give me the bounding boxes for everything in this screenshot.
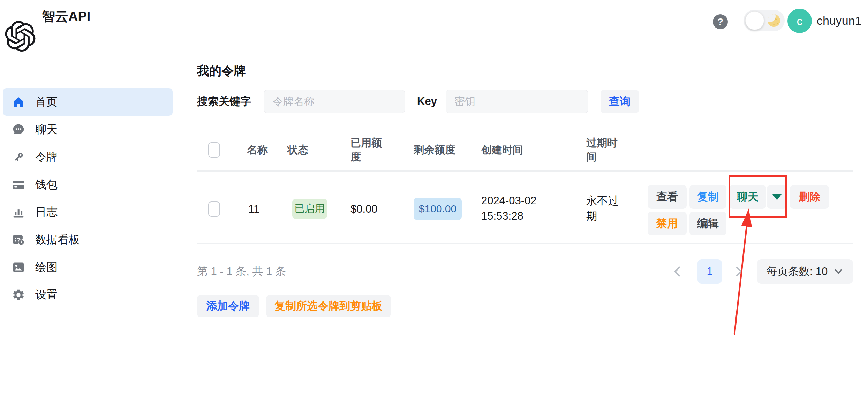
sidebar-item-label: 首页 xyxy=(35,94,58,110)
col-header-name: 名称 xyxy=(247,129,269,171)
sidebar-item-drawing[interactable]: 绘图 xyxy=(3,253,173,281)
credit-card-icon xyxy=(12,178,25,192)
help-icon[interactable]: ? xyxy=(713,14,728,29)
dashboard-clock-icon xyxy=(12,233,25,247)
page-number-button[interactable]: 1 xyxy=(697,259,722,284)
page-size-select[interactable]: 每页条数: 10 xyxy=(757,259,853,284)
row-checkbox-cell xyxy=(208,201,220,217)
chevron-down-icon xyxy=(772,194,782,200)
chat-button[interactable]: 聊天 xyxy=(729,185,766,209)
app-window: 智云API 首页 聊天 令牌 xyxy=(0,0,868,396)
chat-bubble-icon xyxy=(12,123,25,137)
sidebar-item-chat[interactable]: 聊天 xyxy=(3,116,173,143)
sidebar-item-label: 绘图 xyxy=(35,260,58,275)
sidebar-item-label: 钱包 xyxy=(35,177,58,192)
delete-button[interactable]: 删除 xyxy=(790,185,829,209)
bar-chart-icon xyxy=(12,205,25,219)
sidebar-item-dashboard[interactable]: 数据看板 xyxy=(3,226,173,253)
home-icon xyxy=(12,95,25,109)
moon-icon xyxy=(768,14,780,27)
sidebar-item-label: 设置 xyxy=(35,287,58,303)
edit-button[interactable]: 编辑 xyxy=(689,212,726,235)
key-input[interactable] xyxy=(446,90,588,113)
row-divider xyxy=(197,243,853,244)
sidebar-item-label: 日志 xyxy=(35,205,58,220)
status-badge: 已启用 xyxy=(292,199,327,219)
row-checkbox[interactable] xyxy=(208,201,220,217)
sidebar-item-wallet[interactable]: 钱包 xyxy=(3,171,173,198)
remaining-quota-badge: $100.00 xyxy=(414,198,462,220)
col-header-used-quota: 已用额度 xyxy=(350,129,390,171)
add-token-button[interactable]: 添加令牌 xyxy=(197,295,259,317)
pagination-summary: 第 1 - 1 条, 共 1 条 xyxy=(197,260,286,283)
cell-name: 11 xyxy=(248,201,259,217)
col-header-status: 状态 xyxy=(287,129,329,171)
sidebar-item-logs[interactable]: 日志 xyxy=(3,198,173,226)
view-button[interactable]: 查看 xyxy=(648,185,687,209)
select-all-checkbox[interactable] xyxy=(208,142,220,158)
sidebar-item-label: 令牌 xyxy=(35,150,58,165)
sidebar-item-label: 聊天 xyxy=(35,122,58,137)
image-icon xyxy=(12,260,25,274)
prev-page-icon[interactable] xyxy=(671,265,684,278)
chevron-down-icon xyxy=(833,266,844,277)
username[interactable]: chuyun1 xyxy=(817,14,862,28)
sidebar-item-settings[interactable]: 设置 xyxy=(3,281,173,309)
toggle-knob xyxy=(745,11,764,30)
sidebar-menu: 首页 聊天 令牌 钱包 xyxy=(3,88,173,309)
sidebar: 智云API 首页 聊天 令牌 xyxy=(0,0,178,396)
sidebar-item-token[interactable]: 令牌 xyxy=(3,143,173,171)
cell-used-quota: $0.00 xyxy=(350,201,378,217)
search-keyword-label: 搜索关键字 xyxy=(197,90,251,113)
query-button[interactable]: 查询 xyxy=(601,90,639,113)
page-title: 我的令牌 xyxy=(197,63,246,79)
brand xyxy=(5,21,36,53)
cell-expire-time: 永不过期 xyxy=(586,193,625,224)
cell-created-time: 2024-03-02 15:53:28 xyxy=(481,193,561,224)
brand-title: 智云API xyxy=(42,8,90,25)
avatar[interactable]: c xyxy=(787,9,812,33)
page-size-label: 每页条数: 10 xyxy=(767,264,828,279)
col-header-created-time: 创建时间 xyxy=(481,129,551,171)
openai-logo-icon xyxy=(5,21,36,53)
copy-selected-tokens-button[interactable]: 复制所选令牌到剪贴板 xyxy=(266,295,391,317)
sidebar-item-label: 数据看板 xyxy=(35,232,80,247)
disable-button[interactable]: 禁用 xyxy=(648,212,687,235)
sidebar-item-home[interactable]: 首页 xyxy=(3,88,173,116)
theme-toggle[interactable] xyxy=(744,10,785,31)
col-header-expire-time: 过期时间 xyxy=(586,129,625,171)
col-header-remaining-quota: 剩余额度 xyxy=(414,129,476,171)
token-name-input[interactable] xyxy=(264,90,405,113)
key-icon xyxy=(12,150,25,164)
copy-button[interactable]: 复制 xyxy=(689,185,726,209)
header-checkbox-cell xyxy=(208,129,220,171)
gear-icon xyxy=(12,288,25,302)
next-page-icon[interactable] xyxy=(732,265,745,278)
chat-dropdown-button[interactable] xyxy=(767,185,787,209)
header-divider xyxy=(197,170,853,172)
key-label: Key xyxy=(417,90,437,113)
